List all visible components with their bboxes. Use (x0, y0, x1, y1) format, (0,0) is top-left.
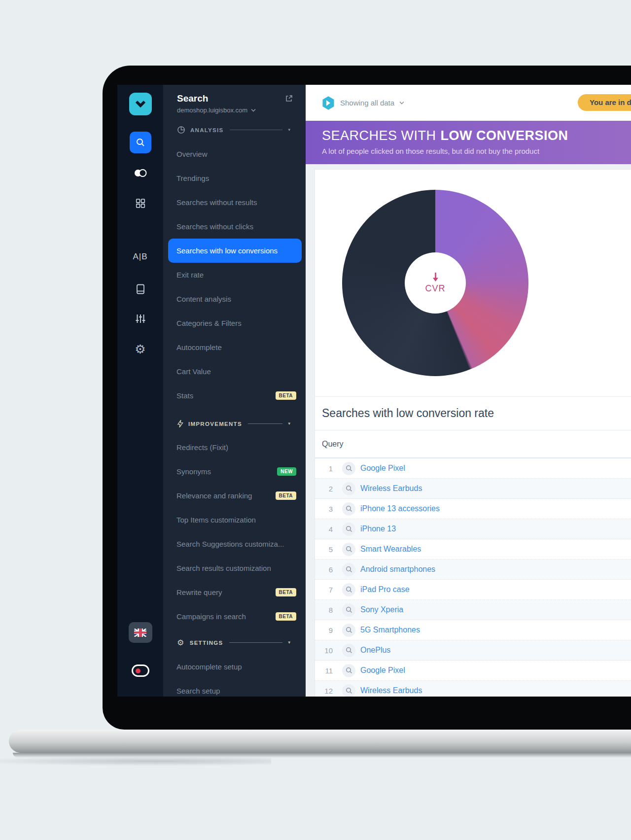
modules-grid-icon[interactable] (136, 199, 145, 208)
row-rank: 3 (321, 505, 333, 513)
table-heading: Searches with low conversion rate (315, 397, 631, 430)
status-badge: BETA (276, 612, 296, 621)
sidebar-menu-item[interactable]: Synonyms NEW (168, 459, 302, 484)
query-link[interactable]: iPhone 13 accessories (360, 504, 440, 513)
table-row[interactable]: 1 Google Pixel (315, 458, 631, 479)
table-row[interactable]: 5 Smart Wearables (315, 539, 631, 560)
row-rank: 8 (321, 606, 333, 614)
section-header-settings[interactable]: ⚙ SETTINGS ▼ (177, 638, 292, 647)
query-link[interactable]: iPhone 13 (360, 525, 396, 533)
query-link[interactable]: Google Pixel (360, 666, 405, 675)
table-row[interactable]: 9 5G Smartphones (315, 620, 631, 640)
icon-rail: A|B ⚙ (117, 85, 163, 697)
table-header-row: Query (315, 430, 631, 458)
query-link[interactable]: iPad Pro case (360, 585, 410, 594)
menu-item-label: Campaigns in search (176, 612, 246, 621)
menu-item-label: Overview (176, 150, 208, 158)
menu-item-label: Stats (176, 391, 193, 400)
record-toggle-icon[interactable] (132, 665, 149, 677)
documentation-icon[interactable] (136, 284, 145, 294)
table-row[interactable]: 3 iPhone 13 accessories (315, 499, 631, 519)
search-icon (346, 465, 352, 472)
sidebar-menu-item[interactable]: Top Items customization (168, 508, 302, 532)
top-bar: Showing all data You are in dem (306, 85, 631, 121)
sidebar-menu-item[interactable]: Search results customization (168, 556, 302, 580)
query-link[interactable]: Wireless Earbuds (360, 484, 422, 493)
lightning-icon (177, 420, 183, 428)
laptop-base (9, 730, 631, 753)
search-nav-button[interactable] (130, 132, 151, 153)
sidebar-menu-item[interactable]: Trendings (168, 166, 302, 190)
environment-badge[interactable]: You are in dem (578, 94, 631, 111)
menu-item-label: Searches without results (176, 198, 257, 207)
search-icon (346, 627, 352, 633)
pie-chart-icon (177, 126, 185, 134)
sidebar-menu-item[interactable]: Searches with low conversions (168, 239, 302, 263)
query-table: 1 Google Pixel 2 (315, 458, 631, 697)
status-badge: BETA (276, 491, 296, 500)
site-selector[interactable]: demoshop.luigisbox.com (177, 106, 293, 114)
sidebar-menu-item[interactable]: Rewrite query BETA (168, 580, 302, 604)
sidebar-menu-item[interactable]: Searches without clicks (168, 214, 302, 239)
search-icon (346, 586, 352, 593)
ab-testing-icon[interactable]: A|B (133, 252, 147, 262)
language-switcher[interactable] (129, 622, 152, 643)
settings-menu: Autocomplete setup Search setup (163, 655, 306, 697)
sidebar-menu-item[interactable]: Campaigns in search BETA (168, 604, 302, 629)
menu-item-label: Trendings (176, 174, 209, 182)
data-scope-selector[interactable]: Showing all data (321, 96, 404, 110)
menu-item-label: Redirects (Fixit) (176, 443, 228, 452)
table-row[interactable]: 12 Wireless Earbuds (315, 681, 631, 697)
sidebar-menu-item[interactable]: Autocomplete setup (168, 655, 302, 679)
sidebar-menu-item[interactable]: Search setup (168, 679, 302, 697)
sidebar-menu-item[interactable]: Overview (168, 142, 302, 166)
sidebar-menu-item[interactable]: Relevance and ranking BETA (168, 484, 302, 508)
sidebar-menu-item[interactable]: Exit rate (168, 263, 302, 287)
menu-item-label: Search results customization (176, 564, 271, 572)
table-row[interactable]: 2 Wireless Earbuds (315, 479, 631, 499)
filter-sliders-icon[interactable] (135, 314, 145, 323)
status-badge: NEW (277, 467, 296, 476)
record-dot (136, 668, 140, 673)
query-link[interactable]: OnePlus (360, 646, 390, 655)
menu-item-label: Cart Value (176, 367, 211, 376)
menu-item-label: Synonyms (176, 467, 211, 476)
analysis-menu: Overview Trendings Searches without resu… (163, 142, 306, 408)
page-title: SEARCHES WITHLOW CONVERSION (322, 128, 631, 143)
table-row[interactable]: 11 Google Pixel (315, 661, 631, 681)
collapse-triangle-icon: ▼ (287, 128, 292, 132)
external-link-icon[interactable] (285, 95, 293, 103)
luigisbox-logo[interactable] (129, 93, 152, 115)
sidebar-menu-item[interactable]: Categories & Filters (168, 311, 302, 335)
query-link[interactable]: Smart Wearables (360, 545, 421, 554)
section-header-analysis[interactable]: ANALYSIS ▼ (177, 126, 292, 134)
table-row[interactable]: 10 OnePlus (315, 640, 631, 661)
row-rank: 7 (321, 586, 333, 594)
query-link[interactable]: 5G Smartphones (360, 626, 420, 634)
table-row[interactable]: 7 iPad Pro case (315, 580, 631, 600)
section-label: IMPROVEMENTS (188, 421, 242, 427)
donut-chart[interactable]: CVR (342, 190, 528, 376)
down-arrow-icon (432, 272, 439, 282)
settings-gear-icon[interactable]: ⚙ (135, 342, 145, 356)
query-link[interactable]: Android smartphones (360, 565, 435, 574)
query-link[interactable]: Wireless Earbuds (360, 686, 422, 695)
magnifier-badge (342, 462, 355, 475)
table-row[interactable]: 8 Sony Xperia (315, 600, 631, 620)
sidebar-menu-item[interactable]: Redirects (Fixit) (168, 435, 302, 459)
sidebar-menu-item[interactable]: Search Suggestions customiza... (168, 532, 302, 556)
query-link[interactable]: Google Pixel (360, 464, 405, 473)
menu-item-label: Search setup (176, 687, 220, 695)
sidebar-menu-item[interactable]: Autocomplete (168, 335, 302, 359)
sidebar-menu-item[interactable]: Content analysis (168, 287, 302, 311)
table-row[interactable]: 4 iPhone 13 (315, 519, 631, 539)
menu-item-label: Autocomplete setup (176, 663, 242, 671)
sidebar-menu-item[interactable]: Cart Value (168, 359, 302, 384)
table-row[interactable]: 6 Android smartphones (315, 560, 631, 580)
ab-circles-icon[interactable] (134, 169, 147, 177)
sidebar-menu-item[interactable]: Searches without results (168, 190, 302, 214)
query-link[interactable]: Sony Xperia (360, 605, 403, 614)
menu-item-label: Searches with low conversions (176, 246, 278, 255)
section-header-improvements[interactable]: IMPROVEMENTS ▼ (177, 420, 292, 428)
sidebar-menu-item[interactable]: Stats BETA (168, 384, 302, 408)
